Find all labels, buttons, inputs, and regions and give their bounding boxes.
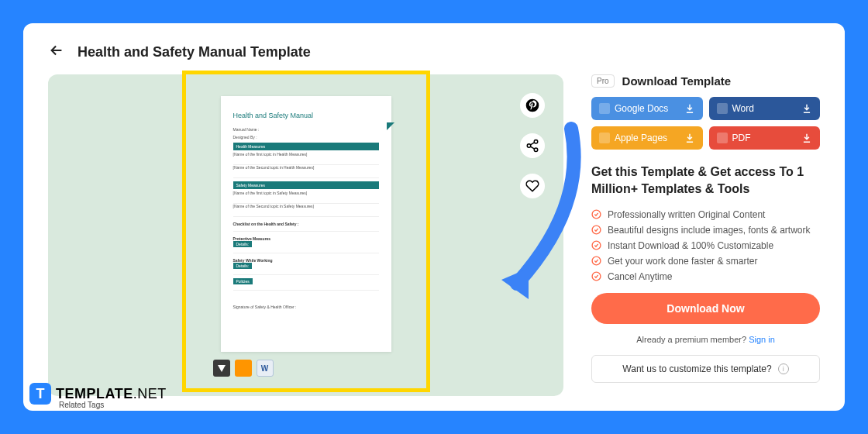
feature-text: Instant Download & 100% Customizable [608,240,773,251]
doc-section: Safety While Working [233,258,379,263]
word-icon: W [257,360,274,377]
pdf-icon [213,360,230,377]
doc-row [233,248,379,253]
signin-row: Already a premium member? Sign in [591,335,820,344]
signin-link[interactable]: Sign in [749,335,775,344]
pages-icon [235,360,252,377]
format-grid: Google DocsWordApple PagesPDF [591,97,820,150]
content-row: Health and Safety Manual Manual Name : D… [48,74,820,396]
customize-label: Want us to customize this template? [622,363,771,374]
download-now-button[interactable]: Download Now [591,293,820,324]
doc-section: Protective Measures [233,236,379,241]
check-icon [591,256,601,266]
doc-signature: Signature of Safety & Health Officer : [233,305,379,309]
format-button-word[interactable]: Word [709,97,821,120]
pinterest-icon[interactable] [520,93,545,118]
doc-sub: [Name of the Second topic in Health Meas… [233,165,379,170]
related-tags-label: Related Tags [59,401,104,409]
feature-text: Get your work done faster & smarter [608,256,757,267]
doc-sub: [Name of the first topic in Safety Measu… [233,191,379,195]
preview-panel: Health and Safety Manual Manual Name : D… [48,74,563,396]
doc-row [233,226,379,232]
doc-sub: [Name of the Second topic in Safety Meas… [233,204,379,208]
file-icon [717,103,728,114]
file-icon [717,133,728,143]
download-icon [801,103,812,114]
doc-field: Manual Name : [233,127,379,132]
share-icon[interactable] [520,133,545,158]
doc-section-bar: Health Measures [233,143,379,150]
logo-bold: TEMPLATE [56,386,133,401]
doc-row [233,270,379,275]
format-icons-row: W [213,360,274,377]
feature-item: Get your work done faster & smarter [591,256,820,267]
pro-row: Pro Download Template [591,74,820,88]
doc-row [233,160,379,165]
customize-button[interactable]: Want us to customize this template? i [591,355,820,383]
page-container: Health and Safety Manual Template Health… [23,23,845,411]
page-title: Health and Safety Manual Template [78,44,311,60]
format-label: Apple Pages [615,133,667,143]
format-label: PDF [732,133,751,143]
download-icon [684,133,695,143]
doc-button: Policies [233,278,253,284]
file-icon [599,133,610,143]
logo-icon: T [29,383,51,405]
feature-item: Instant Download & 100% Customizable [591,240,820,251]
feature-list: Professionally written Original ContentB… [591,209,820,282]
download-icon [801,133,812,143]
signin-prefix: Already a premium member? [636,335,749,344]
check-icon [591,225,601,235]
logo-text: TEMPLATE.NET [56,386,167,402]
document-preview: Health and Safety Manual Manual Name : D… [221,96,391,352]
download-icon [684,103,695,114]
back-arrow-icon[interactable] [48,42,65,62]
doc-row [233,285,379,291]
feature-item: Beautiful designs include images, fonts … [591,225,820,236]
pro-badge: Pro [591,74,615,88]
highlight-frame: Health and Safety Manual Manual Name : D… [182,71,430,392]
svg-point-1 [534,140,538,144]
download-panel: Pro Download Template Google DocsWordApp… [591,74,820,396]
svg-point-2 [527,144,531,148]
feature-text: Beautiful designs include images, fonts … [608,225,810,236]
check-icon [591,209,601,219]
page-fold-icon [387,122,394,130]
format-label: Word [732,103,754,114]
download-title: Download Template [622,74,732,88]
format-button-apple-pages[interactable]: Apple Pages [591,126,703,150]
doc-row [233,173,379,178]
doc-row [233,212,379,217]
cta-title: Get this Template & Get access To 1 Mill… [591,164,820,198]
share-actions [520,93,545,198]
file-icon [599,103,610,114]
check-icon [591,271,601,281]
doc-row [233,198,379,204]
header: Health and Safety Manual Template [48,42,820,62]
doc-button: Details: [233,241,253,247]
format-button-google-docs[interactable]: Google Docs [591,97,703,120]
doc-field: Designed By : [233,135,379,140]
doc-sub: [Name of the first topic in Health Measu… [233,152,379,157]
feature-item: Professionally written Original Content [591,209,820,220]
feature-text: Cancel Anytime [608,271,672,282]
info-icon: i [778,363,789,374]
format-label: Google Docs [615,103,668,114]
check-icon [591,240,601,250]
doc-button: Details: [233,263,253,269]
heart-icon[interactable] [520,174,545,198]
feature-item: Cancel Anytime [591,271,820,282]
doc-section-bar: Safety Measures [233,181,379,189]
feature-text: Professionally written Original Content [608,209,765,220]
doc-title: Health and Safety Manual [233,112,379,119]
svg-point-3 [534,148,538,152]
format-button-pdf[interactable]: PDF [709,126,821,150]
logo-net: .NET [133,386,167,401]
